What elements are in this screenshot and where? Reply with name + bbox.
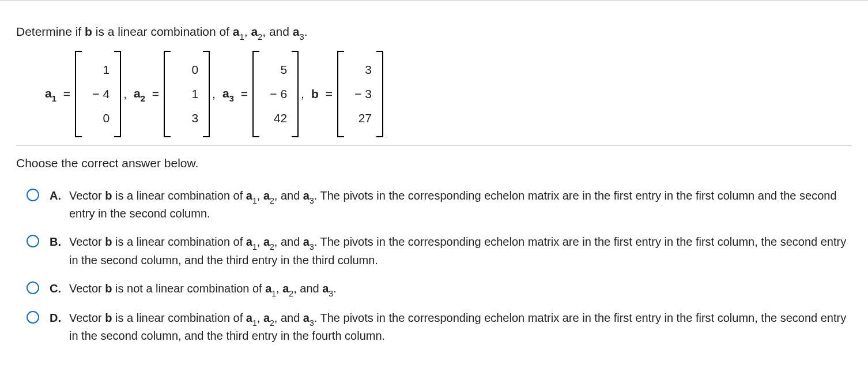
option-body: D.Vector b is a linear combination of a1… [50,310,852,344]
q-a3-sub: 3 [299,32,304,42]
radio-b[interactable] [27,235,39,247]
b-v1: − 3 [349,82,372,106]
vec-b-label: b [311,87,319,101]
option-text: Vector b is a linear combination of a1, … [69,310,847,344]
equals-icon: = [326,87,333,101]
vector-a1: 1 − 4 0 [75,51,121,137]
option-a: A.Vector b is a linear combination of a1… [27,187,852,222]
a3-v2: 42 [264,106,287,130]
comma-3: , [301,87,304,101]
q-a2: a [251,25,258,38]
vec-a2-label: a2 [134,87,145,102]
vec-a3-label: a3 [222,87,234,102]
a1-v2: 0 [86,106,110,130]
radio-d[interactable] [27,311,39,324]
option-body: A.Vector b is a linear combination of a1… [50,187,852,222]
a2-v0: 0 [175,58,198,82]
option-text: Vector b is a linear combination of a1, … [69,187,847,222]
option-d: D.Vector b is a linear combination of a1… [27,310,852,344]
a1-v1: − 4 [86,82,110,106]
option-letter: C. [50,280,63,298]
option-text: Vector b is a linear combination of a1, … [69,234,847,268]
vector-a2: 0 1 3 [164,51,210,137]
options-list: A.Vector b is a linear combination of a1… [16,187,852,344]
q-sep1: , [244,25,251,38]
option-letter: B. [50,234,63,268]
divider-top [0,0,868,1]
q-a1: a [233,25,240,38]
a2-v1: 1 [175,82,198,106]
option-c: C.Vector b is not a linear combination o… [27,280,852,298]
option-letter: D. [50,310,63,344]
divider-mid [16,145,852,146]
a3-v1: − 6 [264,82,287,106]
b-v2: 27 [349,106,372,130]
radio-c[interactable] [27,281,39,294]
option-letter: A. [50,187,63,222]
vector-a3: 5 − 6 42 [252,51,299,137]
option-text: Vector b is not a linear combination of … [69,280,847,298]
a2-v2: 3 [175,106,198,130]
q-a1-sub: 1 [240,32,244,42]
a3-v0: 5 [264,58,287,82]
q-end: . [304,25,308,38]
equals-icon: = [63,87,70,101]
vector-b: 3 − 3 27 [337,51,383,137]
b-v0: 3 [349,58,372,82]
option-body: B.Vector b is a linear combination of a1… [50,234,852,268]
equals-icon: = [241,87,248,101]
q-sep2: , and [262,25,293,38]
comma-2: , [212,87,216,101]
option-b: B.Vector b is a linear combination of a1… [27,234,852,268]
choose-answer-prompt: Choose the correct answer below. [16,156,852,170]
q-mid1: is a linear combination of [92,25,233,38]
option-body: C.Vector b is not a linear combination o… [50,280,852,298]
comma-1: , [123,87,127,101]
radio-a[interactable] [27,189,39,201]
equals-icon: = [152,87,159,101]
q-prefix: Determine if [16,25,85,38]
question-text: Determine if b is a linear combination o… [16,25,852,40]
q-a3: a [293,25,300,38]
q-a2-sub: 2 [258,32,262,42]
vectors-row: a1 = 1 − 4 0 , a2 = 0 1 3 , a3 = [16,51,852,137]
a1-v0: 1 [86,58,110,82]
vec-a1-label: a1 [45,87,56,102]
q-b: b [85,25,92,38]
